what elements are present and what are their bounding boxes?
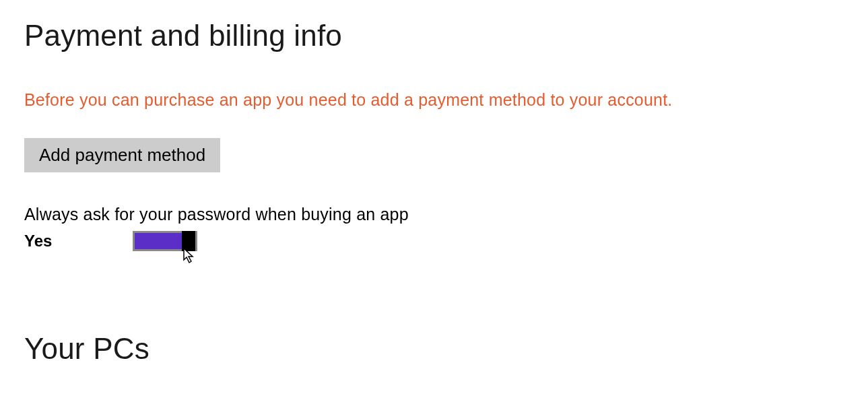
your-pcs-section-title: Your PCs [24,332,844,366]
add-payment-method-button[interactable]: Add payment method [24,138,220,172]
password-prompt-toggle-row: Yes [24,231,844,251]
password-prompt-toggle[interactable] [133,231,197,251]
password-prompt-label: Always ask for your password when buying… [24,205,844,224]
toggle-fill [135,233,182,249]
payment-warning-text: Before you can purchase an app you need … [24,90,844,110]
toggle-thumb [182,231,195,251]
page-title: Payment and billing info [24,19,844,53]
password-prompt-toggle-value: Yes [24,232,52,250]
